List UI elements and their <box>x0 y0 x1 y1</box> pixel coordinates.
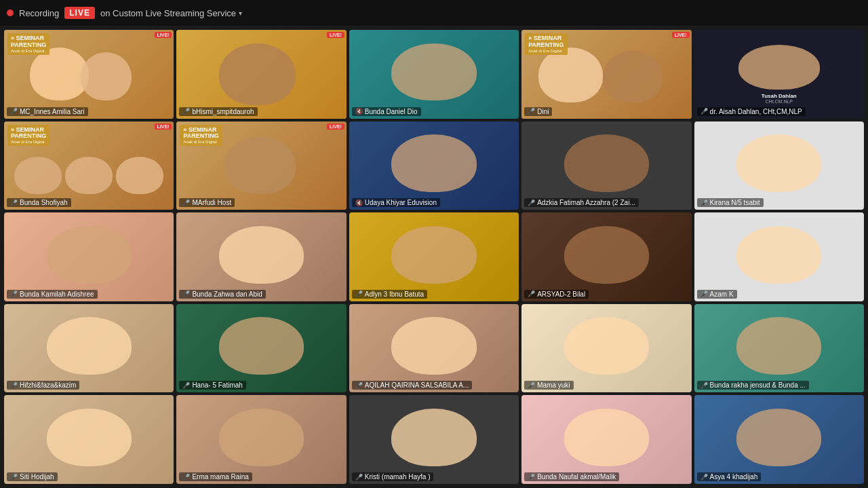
microphone-icon: 🎤 <box>182 290 190 297</box>
microphone-icon: 🎤 <box>182 474 190 481</box>
participant-name-label: 🎤Bunda Shofiyah <box>7 198 71 207</box>
microphone-icon: 🎤 <box>182 200 190 206</box>
participant-name-label: 🔇Udaya Khiyar Eduvision <box>352 198 440 207</box>
participant-name-label: 🎤Siti Hodijah <box>7 472 58 481</box>
microphone-icon: 🎤 <box>528 200 535 206</box>
participant-name-label: 🎤Mama yuki <box>524 381 573 390</box>
participant-name-label: 🎤Adlyn 3 Ibnu Batuta <box>352 290 427 299</box>
microphone-icon: 🎤 <box>701 108 708 115</box>
microphone-icon: 🎤 <box>528 382 535 389</box>
participant-tile[interactable]: 🎤Kirana N/5 tsabit <box>694 121 864 210</box>
participant-name-label: 🎤Hifzhi&faza&kazim <box>7 381 79 390</box>
participant-name-label: 🎤Azam K <box>697 290 737 299</box>
participant-tile[interactable]: Tusah DahlanCHt.CM.NLP🎤dr. Aisah Dahlan,… <box>694 30 864 119</box>
name-text: Kirana N/5 tsabit <box>710 199 760 206</box>
name-text: ARSYAD-2 Bilal <box>537 290 585 298</box>
name-text: Adlyn 3 Ibnu Batuta <box>365 290 424 298</box>
name-text: Bunda rakha jensud & Bunda ... <box>710 381 806 389</box>
name-text: Bunda Naufal akmal/Malik <box>537 473 616 481</box>
name-text: AQILAH QAIRINA SALSABILA A... <box>365 381 469 389</box>
participant-tile[interactable]: LIVE!» SEMINARPARENTINGAnak di Era Digit… <box>521 30 691 119</box>
participant-tile[interactable]: 🎤Adzkia Fatimah Azzahra (2 Zai... <box>521 121 691 210</box>
participant-tile[interactable]: 🎤Adlyn 3 Ibnu Batuta <box>349 212 519 301</box>
participant-tile[interactable]: 🔇Bunda Daniel Dio <box>349 30 519 119</box>
name-text: MC_Innes Amilia Sari <box>20 108 85 115</box>
name-text: bHismi_smpitdauroh <box>192 108 254 115</box>
chevron-down-icon: ▾ <box>239 10 242 17</box>
participant-name-label: 🎤Hana- 5 Fatimah <box>179 381 245 390</box>
participants-grid: LIVE!» SEMINARPARENTINGAnak di Era Digit… <box>0 26 868 488</box>
microphone-icon: 🎤 <box>528 474 535 481</box>
name-text: dr. Aisah Dahlan, CHt,CM,NLP <box>710 108 802 115</box>
participant-tile[interactable]: 🔇Udaya Khiyar Eduvision <box>349 121 519 210</box>
microphone-icon: 🎤 <box>701 382 708 389</box>
stream-service-selector[interactable]: on Custom Live Streaming Service ▾ <box>100 8 242 18</box>
participant-tile[interactable]: 🎤ARSYAD-2 Bilal <box>521 212 691 301</box>
participant-tile[interactable]: 🎤Bunda rakha jensud & Bunda ... <box>694 304 864 393</box>
participant-name-label: 🎤dr. Aisah Dahlan, CHt,CM,NLP <box>697 107 806 116</box>
microphone-icon: 🎤 <box>10 290 18 297</box>
participant-tile[interactable]: 🎤Azam K <box>694 212 864 301</box>
participant-tile[interactable]: 🎤Mama yuki <box>521 304 691 393</box>
participant-name-label: 🎤Bunda Kamilah Adishree <box>7 290 98 299</box>
participant-tile[interactable]: 🎤Siti Hodijah <box>4 395 174 484</box>
participant-name-label: 🎤ARSYAD-2 Bilal <box>524 290 589 299</box>
microphone-icon: 🎤 <box>355 382 363 389</box>
participant-tile[interactable]: 🎤Hana- 5 Fatimah <box>176 304 346 393</box>
participant-tile[interactable]: 🎤Bunda Zahwa dan Abid <box>176 212 346 301</box>
microphone-icon: 🎤 <box>182 108 190 115</box>
participant-tile[interactable]: 🎤Bunda Naufal akmal/Malik <box>521 395 691 484</box>
participant-name-label: 🎤Erma mama Raina <box>179 472 252 481</box>
microphone-icon: 🎤 <box>10 108 18 115</box>
microphone-icon: 🎤 <box>528 290 535 297</box>
participant-name-label: 🎤Bunda Naufal akmal/Malik <box>524 472 619 481</box>
participant-name-label: 🎤Bunda Zahwa dan Abid <box>179 290 265 299</box>
participant-tile[interactable]: 🎤Asya 4 khadijah <box>694 395 864 484</box>
name-text: Azam K <box>710 290 734 298</box>
top-bar: Recording LIVE on Custom Live Streaming … <box>0 0 868 26</box>
microphone-icon: 🎤 <box>355 474 363 481</box>
name-text: Mama yuki <box>537 381 570 389</box>
participant-name-label: 🎤MC_Innes Amilia Sari <box>7 107 88 116</box>
participant-tile[interactable]: LIVE!» SEMINARPARENTINGAnak di Era Digit… <box>4 121 174 210</box>
name-text: Bunda Daniel Dio <box>365 108 418 115</box>
participant-tile[interactable]: 🎤Erma mama Raina <box>176 395 346 484</box>
name-text: Adzkia Fatimah Azzahra (2 Zai... <box>537 199 635 206</box>
recording-label: Recording <box>19 8 59 18</box>
live-badge: LIVE <box>64 7 95 19</box>
participant-name-label: 🎤Adzkia Fatimah Azzahra (2 Zai... <box>524 198 639 207</box>
participant-name-label: 🎤Kirana N/5 tsabit <box>697 198 764 207</box>
microphone-icon: 🎤 <box>355 290 363 297</box>
participant-name-label: 🎤AQILAH QAIRINA SALSABILA A... <box>352 381 472 390</box>
participant-name-label: 🔇Bunda Daniel Dio <box>352 107 421 116</box>
microphone-icon: 🎤 <box>10 382 18 389</box>
microphone-icon: 🎤 <box>10 474 18 481</box>
microphone-icon: 🎤 <box>701 200 708 206</box>
name-text: Udaya Khiyar Eduvision <box>365 199 437 206</box>
participant-tile[interactable]: LIVE!» SEMINARPARENTINGAnak di Era Digit… <box>4 30 174 119</box>
name-text: Bunda Zahwa dan Abid <box>192 290 262 298</box>
participant-tile[interactable]: 🎤Hifzhi&faza&kazim <box>4 304 174 393</box>
participant-tile[interactable]: 🎤Bunda Kamilah Adishree <box>4 212 174 301</box>
recording-dot-icon <box>7 10 14 16</box>
participant-tile[interactable]: 🎤AQILAH QAIRINA SALSABILA A... <box>349 304 519 393</box>
microphone-icon: 🔇 <box>355 108 363 115</box>
participant-tile[interactable]: LIVE!» SEMINARPARENTINGAnak di Era Digit… <box>176 121 346 210</box>
name-text: Asya 4 khadijah <box>710 473 758 481</box>
name-text: Erma mama Raina <box>192 473 248 481</box>
name-text: Bunda Shofiyah <box>20 199 68 206</box>
participant-name-label: 🎤Kristi (mamah Hayfa ) <box>352 472 434 481</box>
microphone-icon: 🎤 <box>701 474 708 481</box>
stream-service-label: on Custom Live Streaming Service <box>100 8 236 18</box>
name-text: Hifzhi&faza&kazim <box>20 381 76 389</box>
participant-tile[interactable]: 🎤Kristi (mamah Hayfa ) <box>349 395 519 484</box>
name-text: Kristi (mamah Hayfa ) <box>365 473 431 481</box>
participant-name-label: 🎤Dini <box>524 107 552 116</box>
microphone-icon: 🔇 <box>355 200 363 206</box>
name-text: MArfudi Host <box>192 199 231 206</box>
participant-name-label: 🎤Asya 4 khadijah <box>697 472 762 481</box>
microphone-icon: 🎤 <box>10 200 18 206</box>
microphone-icon: 🎤 <box>182 382 190 389</box>
participant-tile[interactable]: LIVE!🎤bHismi_smpitdauroh <box>176 30 346 119</box>
name-text: Bunda Kamilah Adishree <box>20 290 94 298</box>
